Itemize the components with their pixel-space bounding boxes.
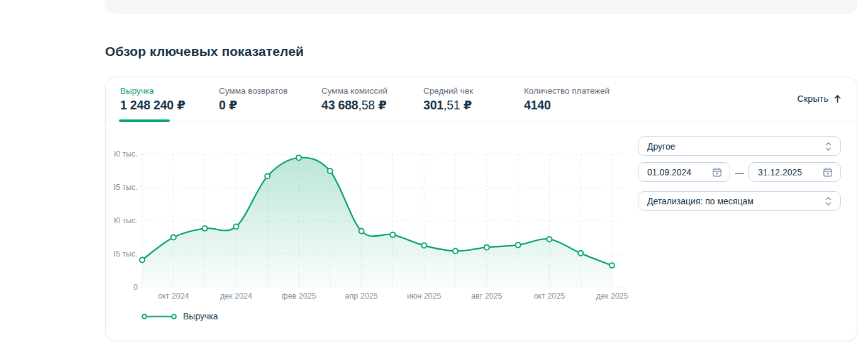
previous-card-bottom-edge	[104, 0, 857, 14]
date-range: 01.09.2024 — 31.12.2025	[638, 162, 841, 182]
svg-text:90 тыс.: 90 тыс.	[114, 216, 138, 225]
date-to-input[interactable]: 31.12.2025	[748, 162, 841, 182]
hide-button-label: Скрыть	[798, 94, 829, 104]
line-series-icon	[141, 312, 177, 321]
category-select-value: Другое	[647, 141, 675, 152]
metric-value: 301,51 ₽	[423, 98, 524, 113]
detail-select-value: Детализация: по месяцам	[647, 196, 754, 206]
metric-value: 43 688,58 ₽	[321, 98, 423, 113]
chart-controls: Другое 01.09.2024	[638, 136, 841, 211]
svg-text:45 тыс.: 45 тыс.	[114, 250, 138, 258]
svg-text:авг 2025: авг 2025	[471, 292, 502, 301]
chevron-up-down-icon	[824, 196, 833, 206]
svg-text:апр 2025: апр 2025	[345, 292, 378, 301]
metrics-row: Выручка1 248 240 ₽Сумма возвратов0 ₽Сумм…	[120, 86, 609, 113]
metric-label: Количество платежей	[524, 86, 609, 96]
metric-tab-3[interactable]: Средний чек301,51 ₽	[423, 86, 524, 113]
metric-label: Средний чек	[423, 86, 524, 96]
metric-tab-2[interactable]: Сумма комиссий43 688,58 ₽	[321, 86, 423, 113]
chevron-up-down-icon	[824, 141, 833, 152]
metric-label: Сумма возвратов	[219, 86, 321, 96]
metric-label: Сумма комиссий	[321, 86, 423, 96]
revenue-line-chart[interactable]: 045 тыс.90 тыс.135 тыс.180 тыс.окт 2024д…	[114, 146, 636, 305]
metric-value: 1 248 240 ₽	[120, 98, 219, 113]
calendar-icon	[823, 167, 833, 177]
svg-text:0: 0	[133, 283, 138, 292]
metric-tab-1[interactable]: Сумма возвратов0 ₽	[219, 86, 321, 113]
metric-tab-0[interactable]: Выручка1 248 240 ₽	[120, 86, 219, 113]
metric-value: 0 ₽	[219, 98, 321, 113]
date-from-input[interactable]: 01.09.2024	[638, 162, 730, 182]
svg-text:дек 2024: дек 2024	[220, 292, 252, 301]
dashboard-page: Обзор ключевых показателей Выручка1 248 …	[0, 0, 868, 364]
date-from-value: 01.09.2024	[647, 167, 691, 177]
svg-text:июн 2025: июн 2025	[407, 292, 442, 301]
svg-text:фев 2025: фев 2025	[281, 292, 316, 301]
category-select[interactable]: Другое	[638, 136, 841, 156]
svg-text:180 тыс.: 180 тыс.	[114, 150, 138, 158]
svg-text:дек 2025: дек 2025	[596, 292, 628, 301]
arrow-up-icon	[833, 94, 842, 103]
hide-button[interactable]: Скрыть	[798, 94, 842, 104]
date-to-value: 31.12.2025	[758, 167, 802, 177]
svg-text:окт 2024: окт 2024	[158, 292, 189, 301]
metric-value: 4140	[524, 98, 609, 113]
calendar-icon	[712, 167, 722, 177]
metric-label: Выручка	[120, 86, 219, 96]
tabs-divider	[106, 121, 857, 121]
page-title: Обзор ключевых показателей	[105, 44, 304, 59]
key-metrics-card: Выручка1 248 240 ₽Сумма возвратов0 ₽Сумм…	[105, 77, 857, 341]
legend-item-revenue[interactable]: Выручка	[141, 311, 218, 321]
legend-label: Выручка	[183, 311, 218, 321]
date-range-separator: —	[735, 167, 744, 177]
svg-text:135 тыс.: 135 тыс.	[114, 183, 138, 192]
svg-text:окт 2025: окт 2025	[534, 292, 565, 301]
active-tab-indicator	[119, 119, 170, 122]
metric-tab-4[interactable]: Количество платежей4140	[524, 86, 609, 113]
detail-select[interactable]: Детализация: по месяцам	[638, 191, 841, 211]
